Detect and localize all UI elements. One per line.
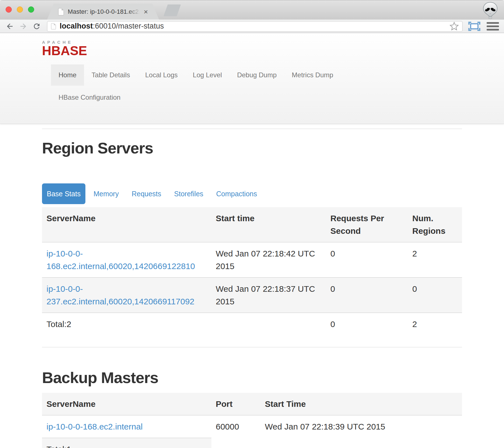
total-rps-cell: 0: [326, 313, 408, 335]
server-name-cell: ip-10-0-0-237.ec2.internal,60020,1420669…: [42, 277, 211, 313]
browser-tab[interactable]: Master: ip-10-0-0-181.ec2. ×: [47, 4, 159, 20]
menu-bar-icon: [487, 25, 499, 27]
table-row: ip-10-0-0-237.ec2.internal,60020,1420669…: [42, 277, 462, 313]
chrome-menu-button[interactable]: [487, 22, 499, 31]
address-bar[interactable]: localhost:60010/master-status: [47, 21, 463, 32]
main-nav: Home Table Details Local Logs Log Level …: [51, 64, 504, 86]
tab-storefiles-label[interactable]: Storefiles: [169, 183, 208, 204]
col-start-time: Start Time: [260, 393, 462, 415]
url-text: localhost:60010/master-status: [60, 22, 164, 31]
empty-cell: [211, 313, 326, 335]
rps-cell: 0: [326, 242, 408, 277]
reload-button[interactable]: [32, 22, 41, 31]
col-servername: ServerName: [42, 207, 211, 242]
start-time-cell: Wed Jan 07 22:18:42 UTC 2015: [211, 242, 326, 277]
server-link[interactable]: ip-10-0-0-237.ec2.internal,60020,1420669…: [46, 284, 194, 306]
table-total-row: Total:1: [42, 438, 462, 448]
col-start-time: Start time: [211, 207, 326, 242]
region-servers-table: ServerName Start time Requests Per Secon…: [42, 207, 462, 335]
menu-bar-icon: [487, 22, 499, 24]
nav-item-log-level-label[interactable]: Log Level: [185, 64, 230, 86]
bookmark-star-icon[interactable]: [449, 22, 459, 31]
nav-item-home-label[interactable]: Home: [51, 64, 84, 86]
tab-title: Master: ip-10-0-0-181.ec2.: [68, 8, 140, 15]
tab-compactions-label[interactable]: Compactions: [211, 183, 262, 204]
url-host: localhost: [60, 22, 93, 30]
nav-item-metrics-dump[interactable]: Metrics Dump: [284, 64, 341, 86]
nav-item-local-logs[interactable]: Local Logs: [137, 64, 185, 86]
table-row: ip-10-0-0-168.ec2.internal 60000 Wed Jan…: [42, 415, 462, 438]
total-label-cell: Total:1: [42, 438, 211, 448]
reload-icon: [32, 22, 41, 31]
presentation-mode-icon[interactable]: [468, 22, 480, 31]
rps-cell: 0: [326, 277, 408, 313]
tab-requests-label[interactable]: Requests: [127, 183, 166, 204]
section-divider: [42, 129, 462, 129]
tab-base-stats[interactable]: Base Stats: [42, 183, 85, 204]
region-servers-title: Region Servers: [42, 140, 462, 157]
regions-cell: 2: [408, 242, 462, 277]
region-servers-tabs: Base Stats Memory Requests Storefiles Co…: [42, 183, 462, 204]
new-tab-button[interactable]: [164, 4, 181, 16]
logo-hbase-text: HBASE: [42, 45, 87, 57]
back-button[interactable]: [5, 22, 15, 31]
table-header-row: ServerName Port Start Time: [42, 393, 462, 415]
port-cell: 60000: [211, 415, 261, 438]
start-time-cell: Wed Jan 07 22:18:37 UTC 2015: [211, 277, 326, 313]
nav-item-debug-dump-label[interactable]: Debug Dump: [230, 64, 284, 86]
url-page-icon: [51, 23, 56, 29]
window-minimize-button[interactable]: [17, 6, 23, 13]
table-total-row: Total:2 0 2: [42, 313, 462, 335]
col-servername: ServerName: [42, 393, 211, 415]
page-content: Region Servers Base Stats Memory Request…: [42, 129, 462, 448]
browser-toolbar: localhost:60010/master-status: [0, 20, 504, 33]
server-link[interactable]: ip-10-0-0-168.ec2.internal,60020,1420669…: [46, 249, 195, 271]
nav-item-debug-dump[interactable]: Debug Dump: [230, 64, 284, 86]
nav-item-hbase-configuration-label[interactable]: HBase Configuration: [51, 87, 128, 108]
tab-requests[interactable]: Requests: [127, 183, 166, 204]
nav-item-metrics-dump-label[interactable]: Metrics Dump: [284, 64, 341, 86]
forward-button[interactable]: [18, 22, 28, 31]
tab-compactions[interactable]: Compactions: [211, 183, 262, 204]
table-row: ip-10-0-0-168.ec2.internal,60020,1420669…: [42, 242, 462, 277]
page-favicon-icon: [58, 8, 64, 15]
nav-item-local-logs-label[interactable]: Local Logs: [137, 64, 185, 86]
tab-memory[interactable]: Memory: [89, 183, 123, 204]
tab-strip: Master: ip-10-0-0-181.ec2. ×: [0, 0, 504, 20]
server-name-cell: ip-10-0-0-168.ec2.internal: [42, 415, 211, 438]
server-link[interactable]: ip-10-0-0-168.ec2.internal: [46, 422, 143, 431]
nav-item-log-level[interactable]: Log Level: [185, 64, 230, 86]
start-time-cell: Wed Jan 07 22:18:39 UTC 2015: [260, 415, 462, 438]
regions-cell: 0: [408, 277, 462, 313]
col-port: Port: [211, 393, 261, 415]
nav-item-table-details-label[interactable]: Table Details: [84, 64, 137, 86]
nav-item-hbase-configuration[interactable]: HBase Configuration: [51, 87, 128, 108]
col-requests-per-second: Requests Per Second: [326, 207, 408, 242]
total-regions-cell: 2: [408, 313, 462, 335]
backup-masters-table: ServerName Port Start Time ip-10-0-0-168…: [42, 393, 462, 448]
total-label-cell: Total:2: [42, 313, 211, 335]
main-nav-row2: HBase Configuration: [51, 87, 504, 108]
nav-item-home[interactable]: Home: [51, 64, 84, 86]
server-name-cell: ip-10-0-0-168.ec2.internal,60020,1420669…: [42, 242, 211, 277]
tab-close-icon[interactable]: ×: [144, 8, 148, 15]
section-divider: [42, 347, 462, 347]
backup-masters-title: Backup Masters: [42, 369, 462, 386]
profile-avatar-alien-icon[interactable]: [482, 2, 498, 19]
table-header-row: ServerName Start time Requests Per Secon…: [42, 207, 462, 242]
tab-memory-label[interactable]: Memory: [89, 183, 123, 204]
nav-item-table-details[interactable]: Table Details: [84, 64, 137, 86]
browser-window: Master: ip-10-0-0-181.ec2. ×: [0, 0, 504, 448]
tab-storefiles[interactable]: Storefiles: [169, 183, 208, 204]
hbase-navbar: APACHE HBASE Home Table Details Local Lo…: [0, 33, 504, 124]
forward-arrow-icon: [19, 22, 27, 31]
menu-bar-icon: [487, 29, 499, 31]
tab-base-stats-label[interactable]: Base Stats: [42, 183, 85, 204]
window-close-button[interactable]: [6, 6, 12, 13]
col-num-regions: Num. Regions: [408, 207, 462, 242]
url-path: :60010/master-status: [93, 22, 164, 30]
hbase-logo[interactable]: APACHE HBASE: [42, 33, 87, 57]
window-zoom-button[interactable]: [28, 6, 34, 13]
back-arrow-icon: [6, 22, 14, 31]
